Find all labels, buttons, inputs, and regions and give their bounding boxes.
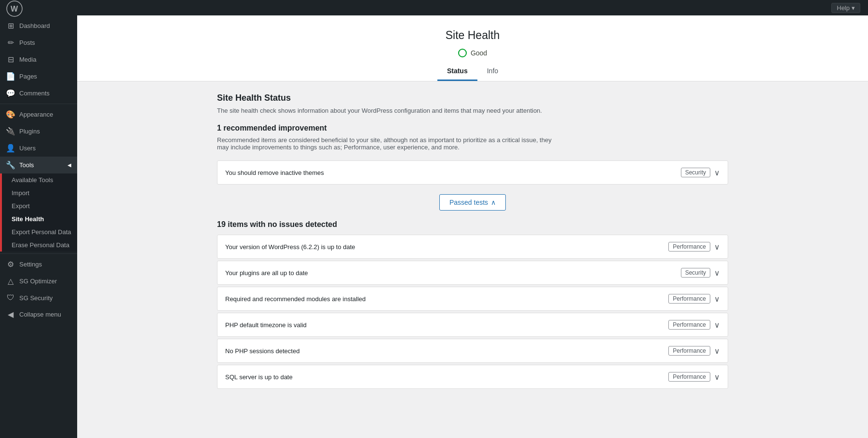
posts-icon: ✏ [6,38,15,47]
check-item-php-sessions[interactable]: No PHP sessions detected Performance ∨ [217,339,728,363]
check-item-plugins[interactable]: Your plugins are all up to date Security… [217,261,728,285]
chevron-down-icon: ∨ [714,168,720,177]
performance-badge-php: Performance [668,346,710,356]
passed-tests-button[interactable]: Passed tests ∧ [439,194,506,211]
sidebar-item-dashboard-label: Dashboard [19,22,50,29]
no-issues-section: 19 items with no issues detected Your ve… [217,220,728,389]
tools-icon: 🔧 [6,160,15,170]
media-icon: ⊟ [6,55,15,64]
check-item-timezone-right: Performance ∨ [668,320,720,330]
content-header: Site Health Good Status Info [77,15,868,81]
sidebar-item-users[interactable]: 👤 Users [0,140,77,157]
submenu-site-health[interactable]: Site Health [2,212,77,226]
chevron-down-icon-plugins: ∨ [714,268,720,278]
settings-icon: ⚙ [6,260,15,269]
check-item-php-sessions-label: No PHP sessions detected [225,347,299,355]
svg-text:W: W [11,5,18,13]
sidebar-item-tools-label: Tools [19,161,34,169]
check-item-modules-right: Performance ∨ [668,294,720,304]
performance-badge-modules: Performance [668,294,710,304]
wp-logo: W [0,0,77,17]
chevron-down-icon-php: ∨ [714,346,720,356]
sidebar-item-media[interactable]: ⊟ Media [0,51,77,68]
sidebar-item-sg-security[interactable]: 🛡 SG Security [0,290,77,306]
sidebar-item-posts[interactable]: ✏ Posts [0,34,77,51]
check-item-wp-version[interactable]: Your version of WordPress (6.2.2) is up … [217,235,728,259]
no-issues-title: 19 items with no issues detected [217,220,728,229]
status-section-description: The site health check shows information … [217,107,564,114]
performance-badge-timezone: Performance [668,320,710,330]
passed-tests-label: Passed tests [449,199,488,206]
check-item-modules-label: Required and recommended modules are ins… [225,295,366,303]
check-item-inactive-themes[interactable]: You should remove inactive themes Securi… [217,160,728,185]
check-item-inactive-themes-label: You should remove inactive themes [225,169,324,176]
sidebar-item-sg-optimizer-label: SG Optimizer [19,278,57,285]
sidebar-item-settings-label: Settings [19,261,42,268]
sidebar-item-settings[interactable]: ⚙ Settings [0,256,77,273]
improvement-count-title: 1 recommended improvement [217,124,728,133]
tools-submenu: Available Tools Import Export Site Healt… [0,173,77,252]
status-label: Good [471,49,487,57]
dashboard-icon: ⊞ [6,21,15,30]
passed-tests-arrow-icon: ∧ [491,199,496,206]
sidebar-item-sg-optimizer[interactable]: △ SG Optimizer [0,273,77,290]
collapse-icon: ◀ [6,310,15,319]
check-item-sql-right: Performance ∨ [668,372,720,382]
check-item-inactive-themes-right: Security ∨ [681,168,720,177]
check-item-timezone[interactable]: PHP default timezone is valid Performanc… [217,313,728,337]
sidebar-item-tools[interactable]: 🔧 Tools ◀ [0,157,77,173]
sidebar-item-appearance-label: Appearance [19,111,53,118]
submenu-erase-personal[interactable]: Erase Personal Data [2,239,77,252]
submenu-export[interactable]: Export [2,199,77,212]
performance-badge-wp: Performance [668,242,710,252]
tools-arrow-icon: ◀ [68,162,71,168]
status-indicator: Good [87,46,858,62]
check-item-php-sessions-right: Performance ∨ [668,346,720,356]
tabs: Status Info [87,62,858,81]
tab-status[interactable]: Status [437,62,477,81]
sg-optimizer-icon: △ [6,277,15,286]
security-badge-plugins: Security [681,268,710,278]
passed-tests-section: Passed tests ∧ [217,194,728,211]
submenu-export-personal[interactable]: Export Personal Data [2,226,77,239]
sidebar-item-pages[interactable]: 📄 Pages [0,68,77,85]
chevron-down-icon-sql: ∨ [714,372,720,382]
sidebar-item-plugins[interactable]: 🔌 Plugins [0,123,77,140]
sidebar-item-dashboard[interactable]: ⊞ Dashboard [0,17,77,34]
appearance-icon: 🎨 [6,110,15,119]
check-item-sql[interactable]: SQL server is up to date Performance ∨ [217,365,728,389]
sidebar-item-plugins-label: Plugins [19,128,40,135]
pages-icon: 📄 [6,72,15,81]
submenu-available-tools[interactable]: Available Tools [2,173,77,186]
performance-badge-sql: Performance [668,372,710,382]
status-circle-icon [458,49,467,57]
check-item-modules[interactable]: Required and recommended modules are ins… [217,287,728,311]
check-item-timezone-label: PHP default timezone is valid [225,321,307,329]
sidebar-divider-2 [0,253,77,254]
tab-info[interactable]: Info [477,62,508,81]
check-item-wp-version-label: Your version of WordPress (6.2.2) is up … [225,243,355,251]
sidebar-item-comments[interactable]: 💬 Comments [0,85,77,102]
check-item-wp-version-right: Performance ∨ [668,242,720,252]
check-item-sql-label: SQL server is up to date [225,373,293,381]
status-section-title: Site Health Status [217,93,728,103]
sidebar-item-appearance[interactable]: 🎨 Appearance [0,106,77,123]
status-section: Site Health Status The site health check… [217,93,728,114]
sidebar-item-users-label: Users [19,145,36,152]
submenu-import[interactable]: Import [2,186,77,199]
sidebar-item-collapse[interactable]: ◀ Collapse menu [0,306,77,323]
sidebar-item-sg-security-label: SG Security [19,294,53,302]
chevron-down-icon-modules: ∨ [714,294,720,304]
chevron-down-icon-timezone: ∨ [714,320,720,330]
content-body: Site Health Status The site health check… [207,81,738,402]
main-content: Help ▾ Site Health Good Status Info Site… [77,15,868,438]
sidebar: W ⊞ Dashboard ✏ Posts ⊟ Media 📄 Pages 💬 … [0,0,77,438]
page-title: Site Health [87,23,858,46]
improvements-description: Recommended items are considered benefic… [217,136,564,151]
sidebar-divider-1 [0,104,77,104]
check-item-plugins-label: Your plugins are all up to date [225,269,308,277]
plugins-icon: 🔌 [6,127,15,136]
sg-security-icon: 🛡 [6,293,15,302]
comments-icon: 💬 [6,89,15,98]
users-icon: 👤 [6,144,15,153]
